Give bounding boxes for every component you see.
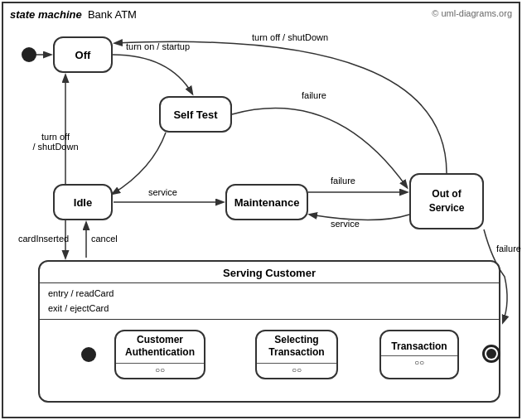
label-cardinserted: cardInserted	[18, 234, 69, 244]
title-bar: state machine Bank ATM	[10, 8, 137, 21]
label-turnoff-shutdown: turn off / shutDown	[252, 32, 328, 42]
inner-initial-pseudostate	[81, 347, 96, 362]
state-transaction: Transaction ○○	[379, 330, 459, 379]
label-service2: service	[331, 219, 360, 229]
entry-label: entry / readCard	[48, 287, 491, 302]
diagram-keyword: state machine	[10, 8, 82, 21]
label-turnoff: turn off/ shutDown	[27, 132, 85, 152]
state-idle-label: Idle	[74, 196, 92, 209]
state-maintenance-label: Maintenance	[234, 196, 300, 209]
custauth-label: CustomerAuthentication	[125, 334, 195, 360]
composite-serving-customer: Serving Customer entry / readCard exit /…	[38, 260, 500, 403]
label-failure2: failure	[331, 176, 355, 186]
state-off-label: Off	[75, 49, 91, 61]
label-failure3: failure	[496, 244, 521, 253]
composite-inner: CustomerAuthentication ○○ SelectingTrans…	[40, 320, 499, 411]
inner-final-pseudostate	[482, 345, 500, 363]
label-service: service	[148, 187, 177, 197]
composite-entry-exit: entry / readCard exit / ejectCard	[40, 283, 499, 320]
initial-pseudostate	[22, 47, 36, 62]
state-selftest: Self Test	[159, 96, 232, 133]
diagram-container: state machine Bank ATM © uml-diagrams.or…	[2, 2, 520, 418]
diagram-title: Bank ATM	[88, 8, 137, 21]
label-cancel: cancel	[91, 234, 118, 244]
state-seltrans: SelectingTransaction ○○	[255, 330, 338, 379]
state-selftest-label: Self Test	[173, 109, 217, 121]
state-idle: Idle	[53, 184, 113, 220]
state-custauth: CustomerAuthentication ○○	[114, 330, 205, 379]
watermark: © uml-diagrams.org	[432, 8, 512, 18]
state-outofservice: Out ofService	[409, 173, 484, 229]
exit-label: exit / ejectCard	[48, 302, 491, 316]
label-failure1: failure	[302, 90, 326, 100]
composite-title: Serving Customer	[40, 262, 499, 283]
state-maintenance: Maintenance	[225, 184, 308, 220]
transaction-label: Transaction	[391, 340, 447, 352]
seltrans-label: SelectingTransaction	[268, 334, 324, 360]
state-off: Off	[53, 36, 113, 73]
label-turnon: turn on / startup	[126, 41, 190, 51]
